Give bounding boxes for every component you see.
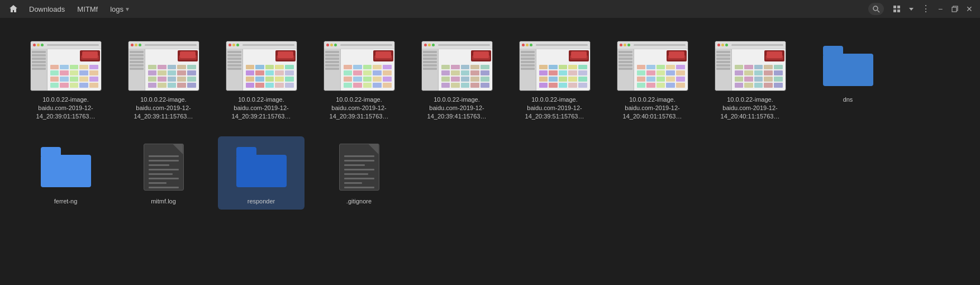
list-item[interactable]: 10.0.0.22-image.baidu.com-2019-12-14_20:… (316, 35, 402, 125)
downloads-nav-button[interactable]: Downloads (23, 3, 70, 16)
more-icon: ⋮ (921, 4, 930, 13)
svg-point-0 (873, 6, 878, 11)
list-item[interactable]: 10.0.0.22-image.baidu.com-2019-12-14_20:… (218, 35, 305, 125)
view-toggle-button[interactable] (891, 3, 903, 15)
svg-marker-6 (909, 8, 914, 11)
home-icon (9, 4, 18, 13)
file-thumbnail-icon (421, 39, 493, 92)
close-icon: ✕ (966, 4, 973, 13)
logs-nav-button[interactable]: logs ▼ (104, 3, 136, 16)
file-label: 10.0.0.22-image.baidu.com-2019-12-14_20:… (134, 96, 193, 121)
list-item[interactable]: ferret-ng (22, 136, 109, 210)
minimize-icon: − (938, 4, 943, 13)
file-label: 10.0.0.22-image.baidu.com-2019-12-14_20:… (330, 96, 389, 121)
close-button[interactable]: ✕ (963, 3, 976, 15)
svg-rect-7 (952, 7, 957, 12)
list-item[interactable]: 10.0.0.22-image.baidu.com-2019-12-14_20:… (120, 35, 207, 125)
file-label: mitmf.log (151, 197, 176, 206)
file-label: .gitignore (346, 197, 372, 206)
search-button[interactable] (868, 3, 884, 15)
minimize-button[interactable]: − (934, 3, 946, 15)
list-item[interactable]: 10.0.0.22-image.baidu.com-2019-12-14_20:… (413, 35, 500, 125)
svg-line-1 (878, 11, 880, 13)
list-item[interactable]: .gitignore (316, 136, 402, 210)
file-label: 10.0.0.22-image.baidu.com-2019-12-14_20:… (721, 96, 780, 121)
view-icon (893, 5, 901, 13)
svg-rect-2 (893, 6, 896, 8)
search-icon (872, 5, 880, 13)
list-item[interactable]: 10.0.0.22-image.baidu.com-2019-12-14_20:… (707, 35, 793, 125)
svg-rect-4 (893, 10, 896, 12)
folder-icon (30, 141, 102, 194)
file-label: 10.0.0.22-image.baidu.com-2019-12-14_20:… (36, 96, 96, 121)
file-thumbnail-icon (616, 39, 689, 92)
file-thumbnail-icon (518, 39, 591, 92)
file-thumbnail-icon (127, 39, 200, 92)
window-controls: ⋮ − ✕ (891, 3, 976, 15)
more-options-button[interactable]: ⋮ (920, 3, 932, 15)
file-label: 10.0.0.22-image.baidu.com-2019-12-14_20:… (525, 96, 584, 121)
search-area (862, 3, 891, 15)
mitmf-nav-button[interactable]: MITMf (72, 3, 103, 16)
file-thumbnail-icon (323, 39, 396, 92)
titlebar: Downloads MITMf logs ▼ (0, 0, 980, 18)
text-file-icon (323, 141, 396, 194)
logs-dropdown-caret: ▼ (125, 6, 130, 12)
list-item[interactable]: responder (218, 136, 305, 210)
sort-dropdown-button[interactable] (905, 3, 917, 15)
chevron-down-icon (908, 6, 914, 12)
list-item[interactable]: mitmf.log (120, 136, 207, 210)
file-thumbnail-icon (714, 39, 787, 92)
list-item[interactable]: 10.0.0.22-image.baidu.com-2019-12-14_20:… (511, 35, 598, 125)
file-label: 10.0.0.22-image.baidu.com-2019-12-14_20:… (623, 96, 682, 121)
file-label: 10.0.0.22-image.baidu.com-2019-12-14_20:… (232, 96, 291, 121)
file-thumbnail-icon (225, 39, 298, 92)
folder-icon (225, 141, 298, 194)
file-label: 10.0.0.22-image.baidu.com-2019-12-14_20:… (427, 96, 487, 121)
list-item[interactable]: dns (805, 35, 891, 125)
folder-icon (812, 39, 884, 92)
file-browser-content: 10.0.0.22-image.baidu.com-2019-12-14_20:… (0, 18, 980, 226)
nav-area: Downloads MITMf logs ▼ (4, 2, 862, 16)
home-button[interactable] (4, 2, 22, 16)
file-label: ferret-ng (54, 197, 78, 206)
text-file-icon (127, 141, 200, 194)
file-thumbnail-icon (30, 39, 102, 92)
file-label: responder (248, 197, 275, 206)
list-item[interactable]: 10.0.0.22-image.baidu.com-2019-12-14_20:… (609, 35, 696, 125)
file-label: dns (843, 96, 853, 104)
svg-rect-3 (897, 6, 900, 8)
restore-icon (952, 6, 958, 12)
list-item[interactable]: 10.0.0.22-image.baidu.com-2019-12-14_20:… (22, 35, 109, 125)
restore-button[interactable] (949, 3, 961, 15)
svg-rect-5 (897, 10, 900, 12)
